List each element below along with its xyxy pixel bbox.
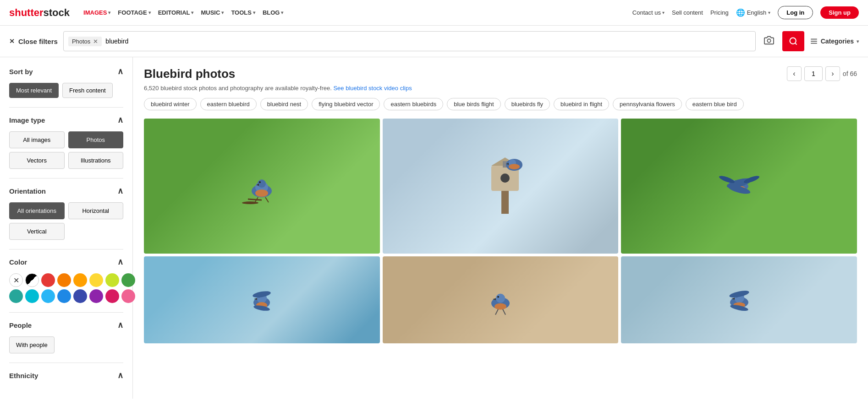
- color-blue[interactable]: [57, 289, 71, 303]
- sort-most-relevant[interactable]: Most relevant: [9, 83, 59, 98]
- language-selector[interactable]: 🌐 English ▾: [736, 8, 771, 17]
- image-type-all[interactable]: All images: [9, 131, 65, 148]
- categories-button[interactable]: Categories ▾: [810, 37, 859, 45]
- sort-fresh-content[interactable]: Fresh content: [62, 83, 113, 98]
- photo-card-3[interactable]: [621, 119, 857, 254]
- image-type-illustrations[interactable]: Illustrations: [68, 152, 124, 169]
- chevron-up-icon[interactable]: ∧: [117, 370, 123, 380]
- globe-icon: 🌐: [736, 8, 745, 17]
- color-teal[interactable]: [9, 289, 23, 303]
- camera-search-button[interactable]: [761, 35, 777, 48]
- svg-point-42: [496, 294, 505, 303]
- svg-point-33: [718, 174, 735, 184]
- people-with-people[interactable]: With people: [9, 336, 55, 353]
- nav-tools[interactable]: TOOLS▾: [228, 7, 258, 18]
- logo-black: stock: [44, 7, 70, 19]
- nav-editorial[interactable]: EDITORIAL▾: [155, 7, 197, 18]
- svg-line-47: [503, 309, 505, 315]
- contact-us-link[interactable]: Contact us▾: [632, 9, 665, 16]
- chevron-up-icon[interactable]: ∧: [117, 66, 123, 76]
- color-purple[interactable]: [89, 289, 103, 303]
- orientation-header: Orientation ∧: [9, 186, 123, 196]
- chevron-up-icon[interactable]: ∧: [117, 320, 123, 330]
- sell-content-link[interactable]: Sell content: [672, 9, 703, 16]
- color-pink[interactable]: [105, 289, 119, 303]
- main-layout: Sort by ∧ Most relevant Fresh content Im…: [0, 57, 868, 399]
- color-none[interactable]: ✕: [9, 273, 23, 287]
- color-orange[interactable]: [57, 273, 71, 287]
- pricing-link[interactable]: Pricing: [710, 9, 729, 16]
- remove-photos-tag[interactable]: ✕: [93, 38, 98, 45]
- color-cyan[interactable]: [25, 289, 39, 303]
- tag-blue-birds-flight[interactable]: blue birds flight: [447, 98, 500, 110]
- svg-point-45: [497, 296, 499, 298]
- next-page-button[interactable]: ›: [825, 66, 840, 81]
- tag-bluebird-in-flight[interactable]: bluebird in flight: [554, 98, 609, 110]
- tag-eastern-bluebirds[interactable]: eastern bluebirds: [384, 98, 443, 110]
- tag-pennsylvania-flowers[interactable]: pennsylvania flowers: [613, 98, 682, 110]
- page-number-input[interactable]: [804, 66, 823, 81]
- tag-eastern-blue-bird[interactable]: eastern blue bird: [686, 98, 744, 110]
- tag-bluebird-winter[interactable]: bluebird winter: [144, 98, 197, 110]
- image-type-vectors[interactable]: Vectors: [9, 152, 65, 169]
- content-header: Bluebird photos ‹ › of 66: [144, 66, 857, 81]
- login-button[interactable]: Log in: [778, 6, 813, 19]
- orientation-vertical[interactable]: Vertical: [9, 223, 65, 240]
- tag-row: bluebird winter eastern bluebird bluebir…: [144, 98, 857, 110]
- logo[interactable]: shutterstock: [9, 7, 70, 19]
- image-type-photos[interactable]: Photos: [68, 131, 124, 148]
- orientation-all[interactable]: All orientations: [9, 202, 65, 219]
- photo-card-6[interactable]: [621, 256, 857, 343]
- chevron-down-icon: ▾: [253, 10, 255, 15]
- svg-point-0: [767, 39, 770, 42]
- subtitle: 6,520 bluebird stock photos and photogra…: [144, 85, 857, 92]
- chevron-up-icon[interactable]: ∧: [117, 115, 123, 125]
- chevron-down-icon: ▾: [108, 10, 110, 15]
- photo-card-1[interactable]: [144, 119, 380, 254]
- chevron-up-icon[interactable]: ∧: [117, 186, 123, 196]
- main-content: Bluebird photos ‹ › of 66 6,520 bluebird…: [133, 57, 868, 399]
- video-clips-link[interactable]: See bluebird stock video clips: [333, 85, 412, 92]
- photo-card-2[interactable]: [383, 119, 619, 254]
- signup-button[interactable]: Sign up: [820, 6, 859, 19]
- nav-footage[interactable]: FOOTAGE▾: [115, 7, 153, 18]
- photo-card-4[interactable]: [144, 256, 380, 343]
- chevron-down-icon: ▾: [662, 10, 665, 15]
- sort-by-header: Sort by ∧: [9, 66, 123, 76]
- color-header: Color ∧: [9, 257, 123, 267]
- chevron-down-icon: ▾: [191, 10, 193, 15]
- image-type-section: Image type ∧ All images Photos Vectors I…: [9, 115, 123, 169]
- prev-page-button[interactable]: ‹: [787, 66, 802, 81]
- tag-bluebirds-fly[interactable]: bluebirds fly: [505, 98, 550, 110]
- color-black-white[interactable]: [25, 273, 39, 287]
- svg-line-2: [795, 43, 797, 45]
- sidebar: Sort by ∧ Most relevant Fresh content Im…: [0, 57, 133, 399]
- color-yellow[interactable]: [89, 273, 103, 287]
- tag-bluebird-nest[interactable]: bluebird nest: [260, 98, 308, 110]
- search-input[interactable]: [102, 38, 750, 45]
- chevron-up-icon[interactable]: ∧: [117, 257, 123, 267]
- color-red[interactable]: [41, 273, 55, 287]
- color-swatches: ✕: [9, 273, 123, 303]
- close-filters-button[interactable]: ✕ Close filters: [9, 38, 58, 45]
- tag-flying-bluebird-vector[interactable]: flying bluebird vector: [312, 98, 380, 110]
- color-amber[interactable]: [73, 273, 87, 287]
- color-indigo[interactable]: [73, 289, 87, 303]
- tag-eastern-bluebird[interactable]: eastern bluebird: [200, 98, 257, 110]
- photo-card-5[interactable]: [383, 256, 619, 343]
- svg-point-22: [509, 164, 520, 169]
- people-header: People ∧: [9, 320, 123, 330]
- orientation-horizontal[interactable]: Horizontal: [68, 202, 124, 219]
- nav-blog[interactable]: BLOG▾: [260, 7, 286, 18]
- svg-point-43: [494, 304, 506, 310]
- color-light-blue[interactable]: [41, 289, 55, 303]
- chevron-down-icon: ▾: [281, 10, 283, 15]
- color-lime[interactable]: [105, 273, 119, 287]
- header-right: Contact us▾ Sell content Pricing 🌐 Engli…: [632, 6, 859, 19]
- nav-images[interactable]: IMAGES▾: [81, 7, 113, 18]
- search-tag-photos: Photos ✕: [68, 37, 102, 46]
- nav-music[interactable]: MUSIC▾: [198, 7, 226, 18]
- svg-rect-24: [501, 191, 509, 214]
- svg-point-9: [255, 190, 268, 197]
- search-button[interactable]: [782, 31, 804, 51]
